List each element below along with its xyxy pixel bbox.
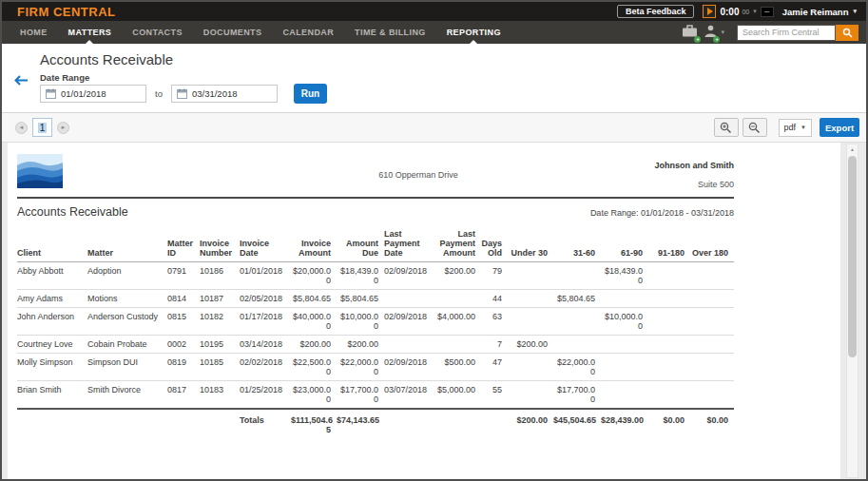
nav-tab-label: REPORTING [447,28,501,37]
report-page: 610 Opperman Drive Johnson and Smith Sui… [8,143,840,479]
table-cell: 10185 [200,354,240,381]
firm-address: 610 Opperman Drive [378,170,458,180]
user-caret-icon: ▾ [853,8,857,15]
scrollbar-thumb[interactable] [848,156,857,357]
nav-tab-label: HOME [20,28,48,37]
table-cell [508,290,553,308]
calendar-icon[interactable] [177,88,187,99]
column-header: Amount Due [337,227,384,262]
table-cell: $17,700.0 0 [337,381,384,410]
table-cell: 01/01/2018 [240,262,291,290]
export-format-select[interactable]: pdf ▼ [779,119,812,137]
table-cell: Totals [240,409,291,438]
nav-items: HOMEMATTERSCONTACTSDOCUMENTSCALENDARTIME… [10,21,511,44]
table-cell: 55 [481,381,508,410]
table-cell [508,354,553,381]
prev-page-button[interactable]: ◄ [15,122,28,134]
timer-chevron-icon[interactable]: ▾ [753,8,757,15]
table-cell: Cobain Probate [87,336,167,354]
table-cell: Molly Simpson [17,354,87,381]
table-cell: $40,000.0 0 [291,308,337,336]
table-cell [508,381,553,410]
table-cell: 0002 [167,336,200,354]
table-cell: $5,804.65 [291,290,337,308]
new-matter-button[interactable]: + [682,24,698,41]
timer-value: 0:00 [720,7,739,17]
nav-tab-label: CALENDAR [282,28,334,37]
timer-play-button[interactable] [703,5,716,18]
table-cell: Motions [87,290,167,308]
table-cell: $0.00 [648,409,690,438]
table-cell: 0815 [167,308,200,336]
table-cell [690,290,734,308]
table-cell: Adoption [87,262,167,290]
nav-tab-calendar[interactable]: CALENDAR [272,21,344,44]
nav-tab-contacts[interactable]: CONTACTS [122,21,193,44]
timer-collapse-button[interactable]: – [761,7,774,17]
nav-tab-matters[interactable]: MATTERS [58,21,123,44]
table-cell [690,354,734,381]
date-to-input[interactable] [192,88,268,99]
table-cell [690,381,734,410]
scrollbar-up-icon[interactable]: ▲ [847,144,858,155]
table-cell: 02/09/2018 [384,308,434,336]
table-cell: $4,000.00 [434,308,481,336]
zoom-in-button[interactable] [714,118,739,137]
table-cell: John Anderson [17,308,87,336]
search-input[interactable] [737,25,836,41]
nav-tab-home[interactable]: HOME [10,21,58,44]
timer-seconds: 00 [742,9,749,15]
vertical-scrollbar[interactable]: ▲ [846,144,858,478]
search-button[interactable] [836,25,858,41]
page-number-input[interactable]: 1 [32,118,52,137]
table-cell: 7 [481,336,508,354]
table-row: Abby AbbottAdoption07911018601/01/2018$2… [17,262,734,290]
nav-tab-time-billing[interactable]: TIME & BILLING [344,21,436,44]
table-cell: $200.00 [291,336,337,354]
nav-tab-reporting[interactable]: REPORTING [436,21,511,44]
date-to-field [171,85,278,103]
calendar-icon[interactable] [46,88,56,99]
table-cell [601,336,648,354]
table-cell: 02/05/2018 [240,290,291,308]
table-cell [601,381,648,410]
beta-feedback-button[interactable]: Beta Feedback [617,5,695,18]
column-header: Under 30 [508,227,553,262]
column-header: 31-60 [553,227,601,262]
date-from-input[interactable] [61,88,137,99]
table-cell: 63 [481,308,508,336]
table-cell: 44 [481,290,508,308]
table-cell: $5,804.65 [337,290,384,308]
column-header: Invoice Number [200,227,240,262]
table-cell [384,409,434,438]
user-menu[interactable]: Jamie Reimann ▾ [782,7,857,17]
totals-row: Totals$111,504.6 5$74,143.65$200.00$45,5… [17,409,734,438]
nav-tab-label: TIME & BILLING [355,28,426,37]
zoom-out-button[interactable] [743,118,767,137]
new-contact-button[interactable]: + [704,24,717,41]
run-button[interactable]: Run [294,84,327,104]
back-button[interactable] [13,73,29,90]
export-button[interactable]: Export [820,118,859,137]
table-cell: $18,439.0 0 [601,262,648,290]
column-header: Last Payment Date [384,227,434,262]
next-page-button[interactable]: ► [57,122,69,134]
firm-name-block: Johnson and Smith Suite 500 [415,161,734,189]
table-cell: $200.00 [508,409,553,438]
nav-tab-documents[interactable]: DOCUMENTS [193,21,273,44]
table-cell: $28,439.00 [601,409,648,438]
table-cell: 79 [481,262,508,290]
table-cell: $200.00 [337,336,384,354]
table-row: Courtney LoveCobain Probate00021019503/1… [17,336,734,354]
table-cell [200,409,240,438]
report-letterhead: 610 Opperman Drive Johnson and Smith Sui… [17,154,734,189]
topbar-right: Beta Feedback 0:00 00 ▾ – Jamie Reimann … [617,5,857,18]
table-cell: 01/17/2018 [240,308,291,336]
table-cell [553,308,601,336]
table-cell [648,336,690,354]
table-cell: $10,000.0 0 [337,308,384,336]
table-cell [553,336,601,354]
table-cell: $23,000.0 0 [291,381,337,410]
table-cell: $17,700.0 0 [553,381,601,410]
quick-add-caret-icon[interactable]: ▾ [721,29,724,36]
